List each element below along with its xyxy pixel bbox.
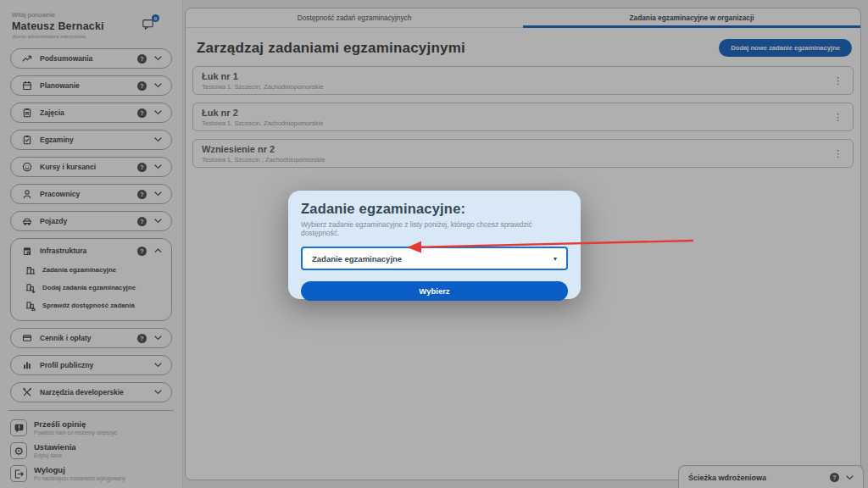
caret-down-icon: ▾ [554, 255, 557, 263]
task-select-label: Zadanie egzaminacyjne [312, 254, 402, 263]
modal-description: Wybierz zadanie egzaminacyjne z listy po… [301, 220, 568, 237]
modal-title: Zadanie egzaminacyjne: [301, 201, 568, 217]
task-select[interactable]: Zadanie egzaminacyjne ▾ [301, 247, 568, 270]
check-availability-modal: Zadanie egzaminacyjne: Wybierz zadanie e… [288, 191, 581, 299]
select-submit-button[interactable]: Wybierz [301, 281, 568, 301]
